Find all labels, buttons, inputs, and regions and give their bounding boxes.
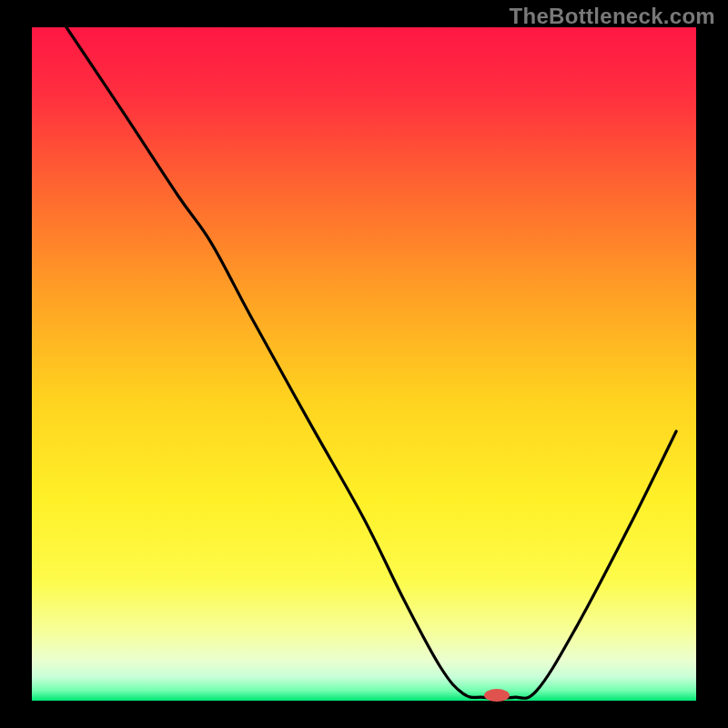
bottleneck-chart: [0, 0, 728, 728]
plot-background: [32, 27, 696, 701]
optimum-marker-icon: [484, 689, 510, 702]
chart-frame: TheBottleneck.com: [0, 0, 728, 728]
